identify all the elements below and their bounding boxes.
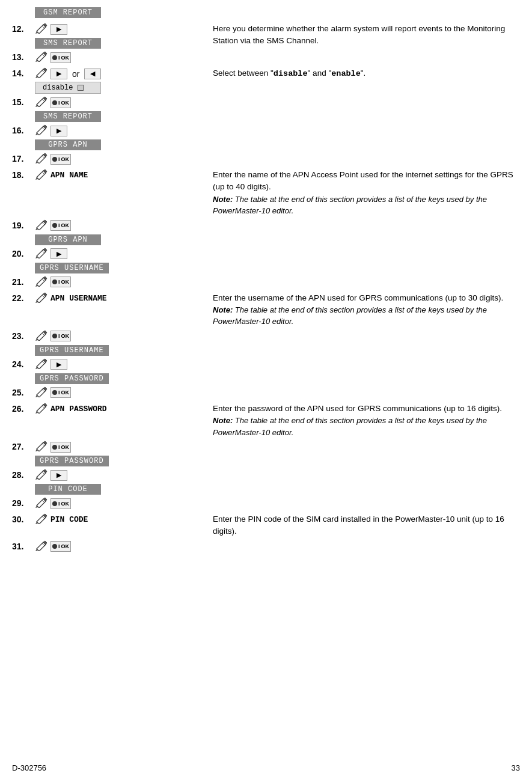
note-text: Note: The table at the end of this secti… — [213, 304, 520, 328]
disable-label: disable — [43, 84, 73, 92]
svg-line-3 — [42, 99, 44, 102]
step-left-col: I OK — [35, 51, 203, 65]
pencil-icon — [35, 386, 48, 399]
svg-line-14 — [42, 406, 44, 408]
ok-label: OK — [61, 444, 70, 450]
step-row: 21. I OK — [12, 276, 520, 290]
ok-button-group: I OK — [50, 154, 71, 165]
inline-label: APN NAME — [50, 171, 88, 180]
svg-line-9 — [42, 279, 44, 281]
doc-number: D-302756 — [12, 763, 46, 772]
gsm-report-button: GSM REPORT — [35, 7, 101, 18]
step-left-col: ▶ SMS REPORT — [35, 23, 203, 49]
icon-row: I OK — [35, 276, 71, 289]
arrow-right-button[interactable]: ▶ — [50, 24, 67, 35]
arrow-right-button[interactable]: ▶ — [50, 126, 67, 136]
pencil-icon — [35, 540, 48, 553]
step-number: 25. — [12, 386, 35, 397]
ok-text: I — [58, 444, 60, 450]
ok-button-group: I OK — [50, 52, 71, 63]
lcd-button: GPRS PASSWORD — [35, 456, 109, 466]
step-left-col: APN USERNAME — [35, 292, 203, 306]
step-right-col: Enter the name of the APN Access Point u… — [203, 169, 520, 217]
step-left-col: I OK — [35, 386, 203, 400]
ok-text: I — [58, 543, 60, 549]
pencil-icon — [35, 153, 48, 165]
svg-line-0 — [42, 26, 44, 28]
svg-line-17 — [42, 500, 44, 502]
page-number: 33 — [512, 763, 520, 772]
pencil-icon — [35, 469, 48, 481]
arrow-right-button[interactable]: ▶ — [50, 248, 67, 259]
step-right-col: Select between "disable" and "enable". — [203, 67, 520, 80]
arrow-right-button[interactable]: ▶ — [50, 470, 67, 481]
info-dot — [52, 157, 57, 162]
step-number: 12. — [12, 23, 35, 34]
lcd-button: GPRS APN — [35, 234, 101, 245]
info-dot — [52, 334, 57, 338]
svg-line-11 — [42, 333, 44, 335]
disable-box: disable — [35, 82, 101, 94]
step-number: 29. — [12, 497, 35, 508]
svg-line-6 — [42, 172, 44, 174]
svg-line-16 — [42, 472, 44, 474]
icon-row: I OK — [35, 219, 71, 232]
icon-row: I OK — [35, 153, 71, 165]
step-left-col: I OK — [35, 540, 203, 554]
ok-label: OK — [61, 279, 70, 285]
ok-button-group: I OK — [50, 387, 71, 398]
icon-row: APN USERNAME — [35, 292, 107, 305]
ok-text: I — [58, 389, 60, 396]
top-lcd-container: GSM REPORT — [35, 6, 203, 18]
step-number: 26. — [12, 403, 35, 414]
step-left-col: ▶or◀ disable — [35, 67, 203, 94]
svg-line-19 — [42, 543, 44, 546]
svg-line-1 — [42, 54, 44, 57]
step-row: 31. I OK — [12, 540, 520, 554]
ok-label: OK — [61, 100, 70, 106]
arrow-right-button[interactable]: ▶ — [50, 359, 67, 370]
step-number: 24. — [12, 358, 35, 369]
ok-text: I — [58, 333, 60, 339]
pencil-icon — [35, 67, 48, 80]
note-text: Note: The table at the end of this secti… — [213, 415, 520, 438]
lcd-button: GPRS PASSWORD — [35, 373, 109, 384]
icon-row: ▶ — [35, 469, 67, 481]
step-row: 17. I OK — [12, 153, 520, 166]
svg-line-18 — [42, 516, 44, 519]
pencil-icon — [35, 169, 48, 182]
page-content: GSM REPORT 12. ▶ SMS REPORT Here you det… — [12, 6, 520, 554]
step-row: 29. I OK — [12, 497, 520, 511]
icon-row: PIN CODE — [35, 513, 88, 526]
ok-text: I — [58, 156, 60, 162]
top-bar: GSM REPORT — [12, 6, 520, 18]
icon-row: I OK — [35, 441, 71, 453]
info-dot — [52, 501, 57, 506]
ok-text: I — [58, 55, 60, 61]
arrow-left-button[interactable]: ◀ — [84, 69, 101, 79]
step-left-col: I OK GPRS PASSWORD — [35, 441, 203, 466]
ok-text: I — [58, 501, 60, 507]
ok-button-group: I OK — [50, 220, 71, 231]
footer: D-302756 33 — [12, 763, 520, 772]
step-left-col: I OK SMS REPORT — [35, 96, 203, 122]
pencil-icon — [35, 330, 48, 343]
step-row: 27. I OK GPRS PASSWORD — [12, 441, 520, 466]
step-row: 16. ▶ GPRS APN — [12, 124, 520, 150]
step-row: 18. APN NAME Enter the name of the APN A… — [12, 169, 520, 217]
disable-square — [78, 85, 84, 91]
step-right-col: Enter the username of the APN used for G… — [203, 292, 520, 328]
step-number: 22. — [12, 292, 35, 303]
step-number: 21. — [12, 276, 35, 287]
ok-label: OK — [61, 501, 70, 507]
ok-text: I — [58, 279, 60, 285]
step-left-col: I OK — [35, 276, 203, 290]
svg-line-5 — [42, 156, 44, 158]
ok-text: I — [58, 100, 60, 106]
or-text: or — [72, 69, 79, 79]
step-row: 20. ▶ GPRS USERNAME — [12, 248, 520, 273]
arrow-right-button[interactable]: ▶ — [50, 69, 67, 79]
info-dot — [52, 100, 57, 105]
step-row: 28. ▶ PIN CODE — [12, 469, 520, 495]
svg-line-7 — [42, 222, 44, 225]
